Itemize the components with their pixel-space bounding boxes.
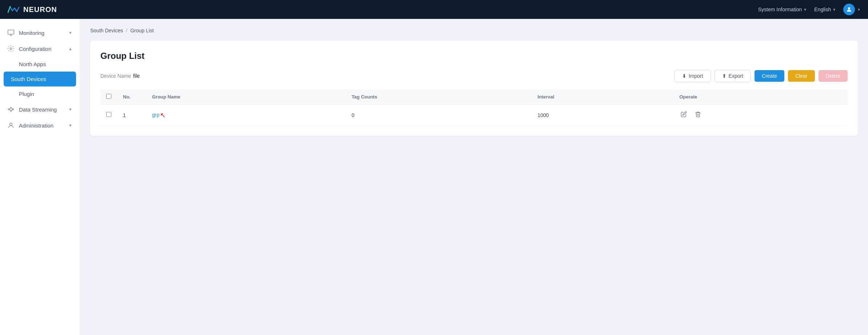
monitoring-chevron: ▼	[68, 31, 72, 35]
row-checkbox[interactable]	[100, 105, 117, 126]
device-name-value: file	[133, 73, 140, 79]
row-group-name: grp↖	[146, 105, 346, 126]
sidebar-label-plugin: Plugin	[19, 91, 34, 97]
export-button[interactable]: ⬆ Export	[714, 70, 751, 82]
topbar-right: System Information ▼ English ▼ ▼	[758, 4, 861, 15]
export-icon: ⬆	[722, 73, 726, 79]
sidebar-label-south-devices: South Devices	[11, 76, 46, 82]
svg-point-6	[10, 107, 11, 108]
row-select[interactable]	[106, 112, 111, 117]
device-info-left: Device Name file	[100, 73, 140, 79]
table-header-checkbox	[100, 89, 117, 105]
breadcrumb-parent[interactable]: South Devices	[90, 28, 123, 33]
delete-row-icon[interactable]	[693, 110, 702, 120]
row-interval: 1000	[531, 105, 673, 126]
content-card: Group List Device Name file ⬇ Import ⬆ E…	[90, 41, 858, 136]
language-dropdown[interactable]: English ▼	[814, 7, 836, 12]
user-avatar[interactable]	[843, 4, 855, 15]
sidebar-item-south-devices[interactable]: South Devices	[4, 72, 76, 86]
svg-point-5	[8, 109, 9, 110]
language-chevron: ▼	[832, 8, 836, 12]
svg-point-8	[12, 109, 13, 110]
language-label: English	[814, 7, 831, 12]
col-operate: Operate	[673, 89, 848, 105]
sidebar-item-configuration[interactable]: Configuration ▲	[0, 41, 80, 57]
import-button[interactable]: ⬇ Import	[674, 70, 711, 82]
clear-button[interactable]: Clear	[788, 70, 815, 82]
svg-line-11	[12, 108, 13, 109]
streaming-icon	[7, 106, 15, 113]
svg-point-13	[10, 123, 12, 125]
device-info-row: Device Name file ⬇ Import ⬆ Export Creat…	[100, 70, 848, 82]
sidebar-label-administration: Administration	[19, 122, 53, 129]
col-tag-counts: Tag Counts	[346, 89, 531, 105]
row-no: 1	[117, 105, 146, 126]
delete-button[interactable]: Delete	[819, 70, 848, 82]
device-name-label: Device Name	[100, 73, 131, 79]
sidebar-item-plugin[interactable]: Plugin	[0, 86, 80, 101]
monitor-icon	[7, 29, 15, 36]
data-streaming-chevron: ▼	[68, 107, 72, 112]
import-icon: ⬇	[682, 73, 686, 79]
col-group-name: Group Name	[146, 89, 346, 105]
svg-line-10	[9, 109, 10, 110]
sidebar-item-data-streaming[interactable]: Data Streaming ▼	[0, 101, 80, 117]
svg-rect-1	[8, 30, 14, 35]
administration-chevron: ▼	[68, 123, 72, 128]
breadcrumb: South Devices / Group List	[90, 28, 858, 33]
breadcrumb-separator: /	[126, 28, 127, 33]
config-icon	[7, 45, 15, 52]
logo-text: NEURON	[23, 5, 57, 14]
layout: Monitoring ▼ Configuration ▲ North Apps …	[0, 0, 868, 335]
topbar: NEURON System Information ▼ English ▼ ▼	[0, 0, 868, 19]
system-info-chevron: ▼	[803, 8, 807, 12]
logo-icon	[7, 4, 20, 15]
row-operate	[673, 105, 848, 126]
main-content: South Devices / Group List Group List De…	[80, 19, 868, 335]
user-chevron[interactable]: ▼	[857, 8, 861, 12]
svg-point-7	[10, 110, 11, 112]
col-no: No.	[117, 89, 146, 105]
breadcrumb-current: Group List	[130, 28, 154, 33]
sidebar-label-north-apps: North Apps	[19, 61, 46, 67]
svg-point-4	[10, 48, 12, 50]
row-tag-counts: 0	[346, 105, 531, 126]
action-buttons: ⬇ Import ⬆ Export Create Clear Delete	[674, 70, 848, 82]
sidebar-label-data-streaming: Data Streaming	[19, 106, 57, 113]
sidebar: Monitoring ▼ Configuration ▲ North Apps …	[0, 19, 80, 335]
sidebar-item-administration[interactable]: Administration ▼	[0, 117, 80, 133]
sidebar-item-monitoring[interactable]: Monitoring ▼	[0, 25, 80, 41]
group-name-link[interactable]: grp	[152, 112, 159, 117]
select-all-checkbox[interactable]	[106, 94, 111, 99]
sidebar-item-north-apps[interactable]: North Apps	[0, 57, 80, 72]
svg-line-12	[12, 110, 13, 111]
configuration-chevron: ▲	[68, 47, 72, 51]
create-button[interactable]: Create	[754, 70, 784, 82]
edit-icon[interactable]	[679, 110, 688, 120]
table-container: No. Group Name Tag Counts Interval	[100, 89, 848, 126]
group-table: No. Group Name Tag Counts Interval	[100, 89, 848, 126]
system-info-dropdown[interactable]: System Information ▼	[758, 7, 807, 12]
sidebar-label-configuration: Configuration	[19, 46, 51, 52]
page-title: Group List	[100, 51, 848, 61]
table-header-row: No. Group Name Tag Counts Interval	[100, 89, 848, 105]
system-info-label: System Information	[758, 7, 802, 12]
sidebar-label-monitoring: Monitoring	[19, 30, 44, 36]
logo: NEURON	[7, 4, 57, 15]
col-interval: Interval	[531, 89, 673, 105]
svg-point-0	[848, 7, 850, 9]
admin-icon	[7, 122, 15, 129]
table-row: 1 grp↖ 0 1000	[100, 105, 848, 126]
cursor-indicator: ↖	[160, 112, 166, 119]
